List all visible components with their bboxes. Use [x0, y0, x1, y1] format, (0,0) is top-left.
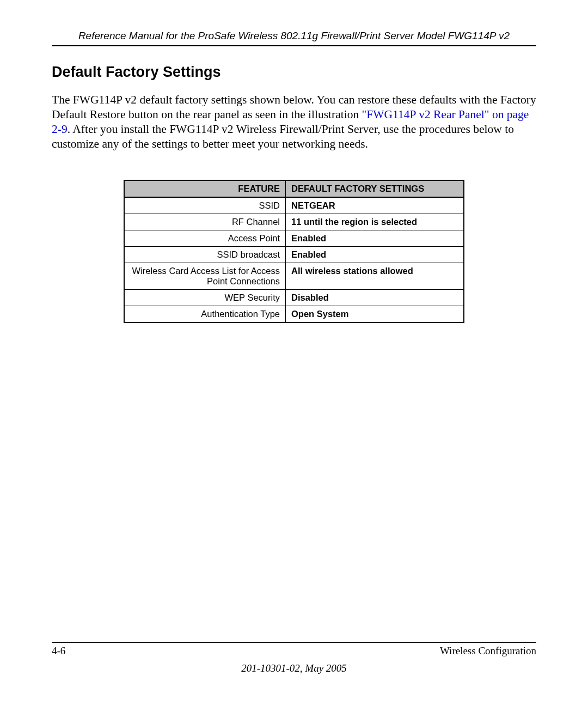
table-row: SSID NETGEAR: [124, 197, 464, 214]
table-row: SSID broadcast Enabled: [124, 246, 464, 263]
page-footer: 4-6 Wireless Configuration: [52, 642, 536, 657]
settings-table: Feature Default Factory Settings SSID NE…: [124, 180, 464, 323]
table-row: Authentication Type Open System: [124, 306, 464, 322]
cell-value: Disabled: [286, 289, 464, 306]
table-header-row: Feature Default Factory Settings: [124, 180, 464, 197]
document-id: 201-10301-02, May 2005: [0, 662, 588, 674]
header-rule: [52, 45, 536, 46]
cell-feature: RF Channel: [124, 214, 286, 230]
page-number: 4-6: [52, 645, 65, 657]
cell-value: Enabled: [286, 246, 464, 263]
cell-value: NETGEAR: [286, 197, 464, 214]
table-row: Access Point Enabled: [124, 230, 464, 246]
cell-value: Open System: [286, 306, 464, 322]
intro-paragraph: The FWG114P v2 default factory settings …: [52, 93, 536, 151]
chapter-name: Wireless Configuration: [440, 645, 536, 657]
cell-feature: Authentication Type: [124, 306, 286, 322]
section-heading: Default Factory Settings: [52, 64, 536, 81]
table-row: Wireless Card Access List for Access Poi…: [124, 263, 464, 289]
col-header-default: Default Factory Settings: [286, 180, 464, 197]
table-row: RF Channel 11 until the region is select…: [124, 214, 464, 230]
table-row: WEP Security Disabled: [124, 289, 464, 306]
cell-feature: SSID broadcast: [124, 246, 286, 263]
document-page: Reference Manual for the ProSafe Wireles…: [0, 0, 588, 706]
cell-feature: WEP Security: [124, 289, 286, 306]
cell-feature: Access Point: [124, 230, 286, 246]
cell-value: All wireless stations allowed: [286, 263, 464, 289]
running-header: Reference Manual for the ProSafe Wireles…: [52, 30, 536, 45]
footer-rule: [52, 642, 536, 643]
col-header-feature: Feature: [124, 180, 286, 197]
cell-value: 11 until the region is selected: [286, 214, 464, 230]
cell-value: Enabled: [286, 230, 464, 246]
cell-feature: Wireless Card Access List for Access Poi…: [124, 263, 286, 289]
para-text-2: . After you install the FWG114P v2 Wirel…: [52, 123, 514, 150]
cell-feature: SSID: [124, 197, 286, 214]
